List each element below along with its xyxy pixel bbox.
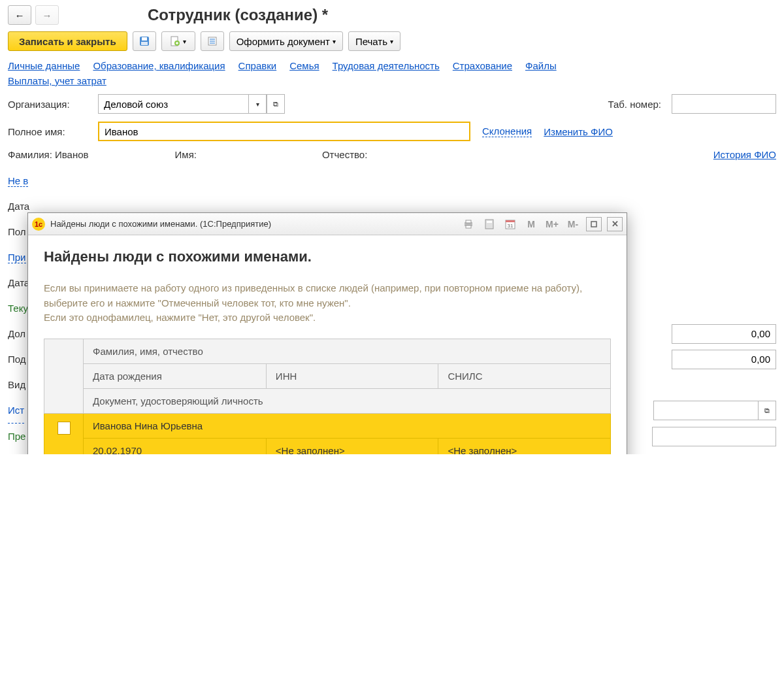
link-payouts[interactable]: Выплаты, учет затрат — [8, 75, 106, 86]
nev-link[interactable]: Не в — [8, 175, 28, 187]
link-refs[interactable]: Справки — [238, 60, 277, 71]
page-title: Сотрудник (создание) * — [148, 6, 328, 24]
svg-rect-8 — [466, 225, 471, 228]
forward-button[interactable]: → — [35, 5, 59, 25]
arrow-left-icon: ← — [15, 10, 25, 21]
table-row[interactable]: Иванова Нина Юрьевна — [44, 413, 611, 438]
svg-rect-7 — [466, 220, 471, 223]
org-input[interactable] — [98, 94, 248, 114]
list-button[interactable] — [201, 31, 224, 51]
row-dob: 20.02.1970 — [84, 438, 267, 454]
svg-text:31: 31 — [508, 223, 514, 229]
middle-label: Отчество: — [322, 149, 367, 160]
link-files[interactable]: Файлы — [525, 60, 557, 71]
col-dob: Дата рождения — [84, 363, 267, 388]
link-family[interactable]: Семья — [289, 60, 319, 71]
link-education[interactable]: Образование, квалификация — [93, 60, 225, 71]
org-open-button[interactable]: ⧉ — [267, 94, 285, 114]
caret-down-icon: ▾ — [390, 38, 393, 45]
pod-label: Под — [8, 346, 26, 372]
calc-icon[interactable] — [482, 217, 497, 231]
save-close-button[interactable]: Записать и закрыть — [8, 31, 127, 51]
arrow-right-icon: → — [42, 10, 52, 21]
dialog-heading: Найдены люди с похожими именами. — [44, 248, 611, 265]
attach-button[interactable]: ▾ — [161, 31, 195, 51]
col-fio: Фамилия, имя, отчество — [84, 339, 611, 363]
similar-people-table: Фамилия, имя, отчество Дата рождения ИНН… — [44, 339, 611, 455]
similar-names-dialog: 1c Найдены люди с похожими именами. (1С:… — [27, 212, 627, 454]
fio-history-link[interactable]: История ФИО — [713, 149, 776, 160]
org-dropdown-button[interactable]: ▾ — [248, 94, 267, 114]
svg-rect-12 — [506, 220, 515, 222]
open-icon: ⧉ — [273, 100, 278, 108]
tab-links: Личные данные Образование, квалификация … — [8, 60, 776, 71]
ist-open-button[interactable]: ⧉ — [758, 401, 776, 420]
lastname-label: Фамилия: Иванов — [8, 149, 89, 160]
link-work[interactable]: Трудовая деятельность — [333, 60, 440, 71]
pre-label: Пре — [8, 424, 25, 449]
dola-label: Дол — [8, 321, 25, 346]
mem-m-button[interactable]: M — [523, 217, 539, 231]
row-inn: <Не заполнен> — [266, 438, 438, 454]
save-button[interactable] — [133, 31, 156, 51]
print-button[interactable]: Печать▾ — [348, 31, 400, 51]
name-label: Имя: — [175, 149, 197, 160]
print-icon[interactable] — [461, 217, 476, 231]
open-icon: ⧉ — [764, 401, 770, 420]
svg-rect-1 — [142, 37, 147, 41]
app-logo-icon: 1c — [32, 218, 45, 231]
mem-mplus-button[interactable]: M+ — [544, 217, 560, 231]
mem-mminus-button[interactable]: M- — [565, 217, 581, 231]
calendar-icon[interactable]: 31 — [502, 217, 518, 231]
svg-rect-14 — [591, 222, 596, 227]
fullname-input[interactable] — [98, 122, 470, 141]
document-add-icon — [170, 36, 180, 46]
pri-link[interactable]: При — [8, 252, 26, 263]
dialog-title-text: Найдены люди с похожими именами. (1С:Пре… — [50, 219, 271, 229]
row-checkbox[interactable] — [57, 422, 71, 435]
declensions-link[interactable]: Склонения — [482, 125, 532, 137]
col-snils: СНИЛС — [438, 363, 611, 388]
svg-rect-2 — [141, 42, 148, 45]
change-fio-link[interactable]: Изменить ФИО — [544, 126, 613, 137]
ist-input[interactable] — [653, 401, 758, 420]
row-snils: <Не заполнен> — [438, 438, 611, 454]
col-doc: Документ, удостоверяющий личность — [84, 388, 611, 413]
create-doc-button[interactable]: Оформить документ▾ — [229, 31, 343, 51]
caret-down-icon: ▾ — [256, 101, 259, 108]
dola-value[interactable] — [672, 324, 776, 344]
maximize-button[interactable] — [586, 217, 602, 231]
ist-link[interactable]: Ист — [8, 397, 24, 424]
pod-value[interactable] — [672, 350, 776, 369]
row-name: Иванова Нина Юрьевна — [84, 413, 611, 438]
col-inn: ИНН — [266, 363, 438, 388]
fullname-label: Полное имя: — [8, 126, 93, 137]
org-label: Организация: — [8, 99, 93, 110]
link-insurance[interactable]: Страхование — [453, 60, 512, 71]
tabnum-label: Таб. номер: — [608, 99, 661, 110]
back-button[interactable]: ← — [8, 5, 31, 25]
tabnum-input[interactable] — [672, 94, 776, 114]
list-icon — [207, 36, 218, 46]
save-icon — [139, 36, 150, 46]
toolbar: Записать и закрыть ▾ Оформить документ▾ … — [8, 31, 776, 51]
caret-down-icon: ▾ — [333, 38, 336, 45]
link-personal[interactable]: Личные данные — [8, 60, 80, 71]
svg-rect-10 — [487, 221, 492, 223]
dialog-description: Если вы принимаете на работу одного из п… — [44, 281, 611, 325]
dialog-titlebar: 1c Найдены люди с похожими именами. (1С:… — [28, 213, 627, 235]
close-button[interactable]: ✕ — [607, 217, 623, 231]
caret-down-icon: ▾ — [183, 38, 186, 45]
pre-input[interactable] — [652, 427, 776, 446]
